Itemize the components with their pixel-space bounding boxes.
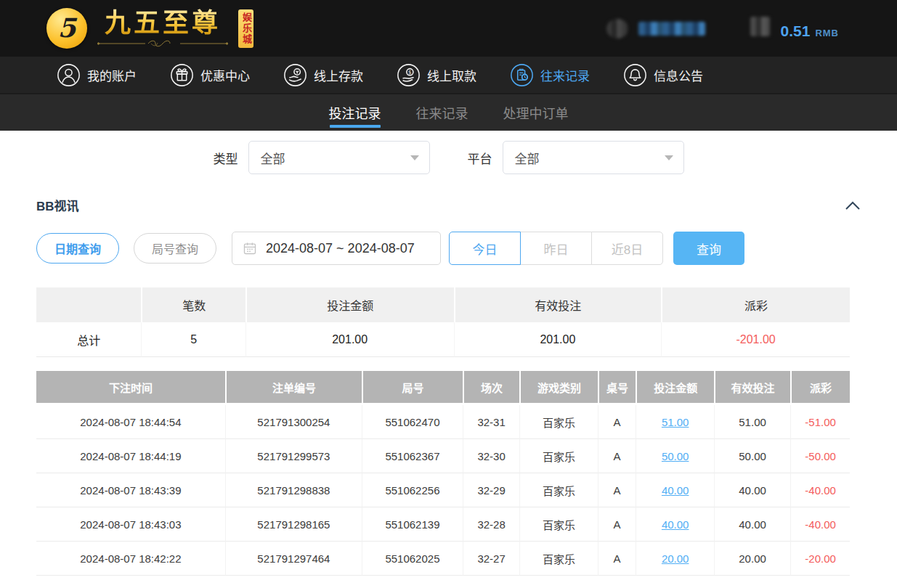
round-query-button[interactable]: 局号查询	[134, 233, 216, 264]
logo-monogram-icon: 5	[46, 8, 87, 49]
cell-game-type: 百家乐	[519, 405, 598, 439]
type-filter-label: 类型	[214, 149, 238, 167]
summary-count: 5	[141, 322, 245, 357]
calendar-icon	[243, 241, 257, 256]
cell-order-id: 521791300254	[225, 405, 362, 439]
table-row: 2024-08-07 18:44:19 521791299573 5510623…	[36, 439, 850, 473]
today-button[interactable]: 今日	[449, 232, 521, 265]
records-icon	[510, 63, 534, 87]
summary-valid-bet: 201.00	[454, 322, 662, 357]
cell-round-id: 551062025	[362, 542, 463, 576]
tab-bet-records[interactable]: 投注记录	[328, 94, 383, 131]
nav-item-deposit[interactable]: 线上存款	[283, 63, 363, 87]
cell-round-id: 551062470	[362, 405, 463, 439]
header-order-id: 注单编号	[225, 371, 362, 405]
summary-header-row: 笔数 投注金额 有效投注 派彩	[36, 287, 850, 322]
cell-game-type: 百家乐	[519, 439, 598, 473]
cell-bet-amount: 40.00	[636, 507, 714, 542]
brand-logo[interactable]: 5 九五至尊 娱乐城	[46, 8, 253, 49]
bet-amount-link[interactable]: 40.00	[662, 518, 689, 531]
cell-order-id: 521791298165	[225, 507, 362, 542]
user-zone: 0.51 RMB	[606, 17, 839, 40]
filter-row: 类型 全部 平台 全部	[0, 141, 897, 174]
cell-bet-time: 2024-08-07 18:42:22	[36, 542, 225, 576]
withdraw-icon: $	[397, 63, 421, 87]
search-button[interactable]: 查询	[673, 232, 744, 265]
cell-bet-time: 2024-08-07 18:44:54	[36, 405, 225, 439]
header-bet-time: 下注时间	[36, 371, 225, 405]
platform-filter-label: 平台	[468, 149, 492, 167]
cell-session: 32-31	[463, 405, 519, 439]
header-bet-amount: 投注金额	[636, 371, 714, 405]
round-query-label: 局号查询	[152, 240, 198, 257]
tab-pending-orders[interactable]: 处理中订单	[502, 94, 570, 131]
cell-bet-amount: 40.00	[636, 473, 714, 507]
date-query-button[interactable]: 日期查询	[36, 233, 119, 264]
nav-item-withdraw[interactable]: $ 线上取款	[397, 63, 476, 87]
balance-currency: RMB	[815, 28, 839, 38]
user-avatar-blurred[interactable]	[606, 19, 628, 38]
yesterday-label: 昨日	[544, 240, 569, 258]
cell-game-type: 百家乐	[519, 542, 598, 576]
wallet-icon-blurred[interactable]	[750, 17, 770, 36]
cell-round-id: 551062367	[362, 439, 463, 473]
query-bar: 日期查询 局号查询 2024-08-07 ~ 2024-08-07 今日 昨日 …	[36, 232, 861, 265]
summary-header-bet-amount: 投注金额	[245, 287, 454, 322]
cell-order-id: 521791297464	[225, 542, 362, 576]
main-nav: 我的账户 优惠中心 线上存款 $	[0, 57, 897, 94]
header-valid-bet: 有效投注	[714, 371, 790, 405]
brand-badge: 娱乐城	[238, 9, 253, 48]
svg-text:$: $	[408, 68, 412, 75]
chevron-up-icon[interactable]	[845, 200, 861, 211]
tab-transaction-records[interactable]: 往来记录	[415, 94, 470, 131]
platform-select[interactable]: 全部	[503, 141, 684, 174]
cell-table-no: A	[598, 473, 636, 507]
header-table-no: 桌号	[598, 371, 636, 405]
username-blurred[interactable]	[638, 22, 705, 36]
tab-label: 投注记录	[329, 103, 381, 122]
bet-amount-link[interactable]: 51.00	[662, 416, 689, 428]
cell-session: 32-30	[463, 439, 519, 473]
summary-header-payout: 派彩	[661, 287, 850, 322]
cell-valid-bet: 40.00	[714, 473, 790, 507]
bet-amount-link[interactable]: 40.00	[662, 484, 689, 497]
cell-session: 32-29	[463, 473, 519, 507]
nav-item-my-account[interactable]: 我的账户	[57, 63, 137, 87]
nav-item-announcements[interactable]: 信息公告	[623, 63, 703, 87]
top-header: 5 九五至尊 娱乐城 0.51 RMB	[0, 0, 897, 57]
cell-order-id: 521791298838	[225, 473, 362, 507]
date-query-label: 日期查询	[54, 240, 101, 257]
nav-label: 信息公告	[654, 66, 703, 84]
yesterday-button[interactable]: 昨日	[520, 232, 592, 265]
cell-order-id: 521791299573	[225, 439, 362, 473]
cell-table-no: A	[598, 439, 636, 473]
cell-bet-amount: 51.00	[636, 405, 714, 439]
cell-table-no: A	[598, 405, 636, 439]
nav-label: 优惠中心	[200, 66, 250, 84]
header-round-id: 局号	[362, 371, 463, 405]
cell-valid-bet: 20.00	[714, 542, 790, 576]
summary-header-count: 笔数	[141, 287, 245, 322]
nav-item-promotions[interactable]: 优惠中心	[170, 63, 250, 87]
cell-game-type: 百家乐	[519, 473, 598, 507]
summary-bet-amount: 201.00	[245, 322, 454, 357]
table-row: 2024-08-07 18:44:54 521791300254 5510624…	[36, 405, 850, 439]
bet-amount-link[interactable]: 50.00	[662, 450, 689, 462]
date-range-input[interactable]: 2024-08-07 ~ 2024-08-07	[232, 232, 441, 265]
bell-icon	[623, 63, 647, 87]
caret-down-icon	[665, 155, 673, 160]
cell-round-id: 551062139	[362, 507, 463, 542]
bet-amount-link[interactable]: 20.00	[662, 552, 689, 565]
type-select-value: 全部	[261, 149, 285, 167]
nav-item-transaction-records[interactable]: 往来记录	[510, 63, 590, 87]
bet-records-table: 下注时间 注单编号 局号 场次 游戏类别 桌号 投注金额 有效投注 派彩 202…	[36, 371, 850, 576]
summary-header-valid-bet: 有效投注	[454, 287, 662, 322]
type-select[interactable]: 全部	[248, 141, 430, 174]
nav-label: 线上取款	[427, 66, 476, 84]
table-row: 2024-08-07 18:43:03 521791298165 5510621…	[36, 507, 850, 542]
cell-bet-time: 2024-08-07 18:43:39	[36, 473, 225, 507]
tab-label: 处理中订单	[503, 103, 569, 122]
last8days-button[interactable]: 近8日	[591, 232, 663, 265]
cell-payout: -40.00	[790, 473, 850, 507]
gift-icon	[170, 63, 194, 87]
